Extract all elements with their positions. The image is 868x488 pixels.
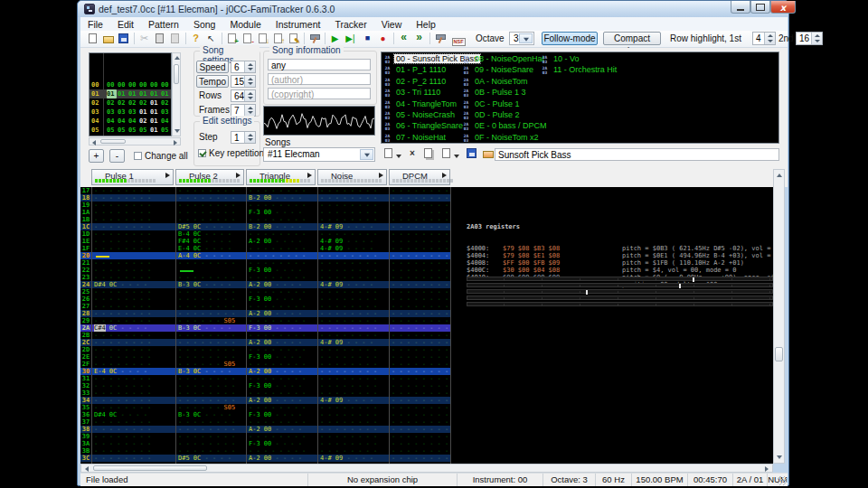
instrument-up-button[interactable]: ↑	[270, 32, 286, 46]
frame-row[interactable]: 02020202020102	[90, 99, 171, 108]
frame-pattern-value[interactable]: 01	[161, 89, 171, 99]
channel-expand-icon[interactable]	[442, 173, 447, 178]
pattern-row[interactable]: 33- - - - - - - -- - - - - - - -- - - - …	[80, 389, 450, 397]
pattern-cell[interactable]: - - - - - - S05	[175, 317, 246, 324]
menu-file[interactable]: File	[80, 18, 110, 31]
frame-pattern-value[interactable]: 02	[107, 99, 117, 108]
instrument-item[interactable]: 2A0306 - TriangleSnare	[383, 121, 465, 132]
instrument-item[interactable]: 2A030A - NoiseTom	[462, 77, 530, 88]
pattern-cell[interactable]: - - - - - - - -	[389, 324, 450, 332]
pattern-cell[interactable]: - - - - - - - -	[91, 404, 175, 411]
pattern-cell[interactable]: A-2 00 - - - -	[246, 310, 317, 317]
instrument-settings-button[interactable]	[481, 147, 495, 161]
pattern-cell[interactable]: B-2 00 - - - -	[246, 194, 317, 202]
frame-pattern-value[interactable]: 01	[118, 89, 127, 99]
pattern-cell[interactable]: F-3 00 - - - -	[246, 296, 317, 303]
song-title-field[interactable]: any	[268, 59, 371, 70]
pattern-row[interactable]: 1D- - - - - - - -B-4 0C - - - -- - - - -…	[80, 230, 450, 238]
instrument-item[interactable]: 2A030C - Pulse 1	[462, 99, 522, 110]
frame-row[interactable]: 00000000000000	[90, 80, 171, 89]
menu-view[interactable]: View	[374, 18, 410, 31]
pattern-cell[interactable]: F-3 00 - - - -	[246, 440, 317, 447]
remove-instrument-button[interactable]: -	[240, 32, 255, 46]
pattern-cell[interactable]: - - - - - - - -	[317, 353, 389, 361]
frame-pattern-value[interactable]: 01	[150, 89, 160, 99]
pattern-cell[interactable]: - - - - - - - -	[175, 382, 246, 389]
pattern-cell[interactable]: - - - - - - - -	[175, 433, 246, 440]
frame-vscroll-thumb[interactable]	[174, 64, 179, 84]
pattern-cell[interactable]: - - - - - - - -	[246, 216, 317, 223]
pattern-cell[interactable]: - - - - - - - -	[389, 361, 450, 368]
pattern-cell[interactable]: - - - - - - - -	[246, 346, 317, 353]
pattern-cell[interactable]: - - - - - - - -	[91, 332, 175, 339]
pattern-row[interactable]: 34- - - - - - - -- - - - - - - -A-2 00 -…	[80, 397, 450, 404]
instrument-item[interactable]: 2A0308 - NoiseOpenHat	[462, 54, 546, 65]
speed-button[interactable]: Speed	[196, 61, 229, 73]
remove-frame-button[interactable]: -	[109, 149, 125, 163]
pattern-row[interactable]: 28- - - - - - - -- - - - - - - -A-2 00 -…	[80, 310, 450, 317]
channel-expand-icon[interactable]	[236, 173, 241, 178]
pattern-cell[interactable]: - - - - - - - -	[389, 440, 450, 447]
author-field[interactable]: (author)	[268, 73, 371, 85]
pattern-cell[interactable]: - - - - - - - -	[175, 194, 246, 202]
pattern-row[interactable]: 3A- - - - - - - -- - - - - - - -F-3 00 -…	[80, 440, 450, 447]
pattern-cell[interactable]: - - - - - - - -	[317, 404, 389, 411]
pattern-cell[interactable]: - - - - - - - -	[317, 194, 389, 202]
frame-row[interactable]: 01010101010101	[90, 89, 171, 99]
next-frame-button[interactable]: »	[411, 32, 427, 46]
pattern-cell[interactable]: - - - - - - - -	[317, 440, 389, 447]
frame-pattern-value[interactable]: 02	[161, 99, 171, 108]
cut-button[interactable]: ✂	[137, 32, 152, 46]
play-button[interactable]: ▶	[327, 32, 343, 46]
pattern-cell[interactable]: 4-# 09 - - - -	[317, 245, 389, 252]
tempo-button[interactable]: Tempo	[196, 75, 229, 88]
pattern-cell[interactable]: - - - - - - - -	[389, 252, 450, 259]
pattern-cell[interactable]: - - - - - - - -	[317, 324, 389, 332]
pattern-cell[interactable]: B-4 0C - - - -	[175, 230, 246, 238]
frame-pattern-value[interactable]: 01	[139, 89, 149, 99]
pattern-cell[interactable]: - - - - - - - -	[389, 310, 450, 317]
compact-view-button[interactable]: Compact view	[603, 32, 661, 45]
pattern-editor[interactable]: 17- - - - - - - -- - - - - - - -- - - - …	[80, 187, 773, 464]
pattern-row[interactable]: 1E- - - - - - - -F#4 0C - - - -A-2 00 - …	[80, 238, 450, 245]
pattern-cell[interactable]: - - - - - - - -	[389, 375, 450, 382]
frame-pattern-value[interactable]: 02	[128, 99, 138, 108]
pattern-cell[interactable]: 4-# 09 - - - -	[317, 397, 389, 404]
maximize-button[interactable]	[750, 1, 770, 14]
pattern-cell[interactable]: - - - - - - - -	[317, 252, 389, 259]
pattern-cell[interactable]: - - - - - - - -	[389, 259, 450, 267]
pattern-row[interactable]: 30E-4 0C - - - -B-3 0C - - - -A-2 00 - -…	[80, 368, 450, 375]
pattern-cell[interactable]: - - - - - - - -	[317, 433, 389, 440]
pattern-cell[interactable]: - - - - - - - -	[91, 440, 175, 447]
minimize-button[interactable]	[731, 1, 750, 14]
frame-pattern-value[interactable]: 00	[107, 80, 117, 89]
pattern-row[interactable]: 3B- - - - - - - -- - - - - - - -- - - - …	[80, 447, 450, 455]
pattern-cell[interactable]: - - - - - - - -	[389, 426, 450, 433]
pattern-cell[interactable]: - - - - - - - -	[317, 230, 389, 238]
add-instrument-button[interactable]: +	[224, 32, 240, 46]
pattern-cell[interactable]: - - - - - - - -	[389, 404, 450, 411]
frame-pattern-value[interactable]: 05	[118, 126, 127, 135]
pattern-cell[interactable]: A-2 00 - - - -	[246, 397, 317, 404]
frame-pattern-value[interactable]: 02	[139, 99, 149, 108]
save-file-button[interactable]	[116, 32, 131, 46]
menu-song[interactable]: Song	[186, 18, 223, 31]
pattern-cell[interactable]: E-4 0C - - - -	[91, 368, 175, 375]
pattern-cell[interactable]: - - - - - - - -	[91, 339, 175, 346]
frame-pattern-value[interactable]: 03	[118, 108, 127, 117]
frame-pattern-value[interactable]: 03	[107, 108, 117, 117]
pattern-cell[interactable]: A-2 00 - - - -	[246, 238, 317, 245]
pattern-cell[interactable]: - - - - - - - -	[389, 209, 450, 216]
pattern-row[interactable]: 32- - - - - - - -- - - - - - - -F-3 00 -…	[80, 382, 450, 389]
pattern-cell[interactable]	[91, 252, 175, 259]
pattern-cell[interactable]: - - - - - - - -	[389, 194, 450, 202]
pattern-cell[interactable]: F-3 00 - - - -	[246, 411, 317, 418]
pattern-cell[interactable]: - - - - - - - -	[389, 353, 450, 361]
pattern-cell[interactable]: - - - - - - - -	[317, 411, 389, 418]
pattern-row[interactable]: 38- - - - - - - -- - - - - - - -A-2 00 -…	[80, 426, 450, 433]
pattern-cell[interactable]: F-3 00 - - - -	[246, 382, 317, 389]
frame-pattern-value[interactable]: 01	[150, 126, 160, 135]
pattern-cell[interactable]: - - - - - - - -	[317, 361, 389, 368]
pattern-cell[interactable]: - - - - - - - -	[175, 296, 246, 303]
pattern-cell[interactable]: - - - - - - - -	[175, 339, 246, 346]
